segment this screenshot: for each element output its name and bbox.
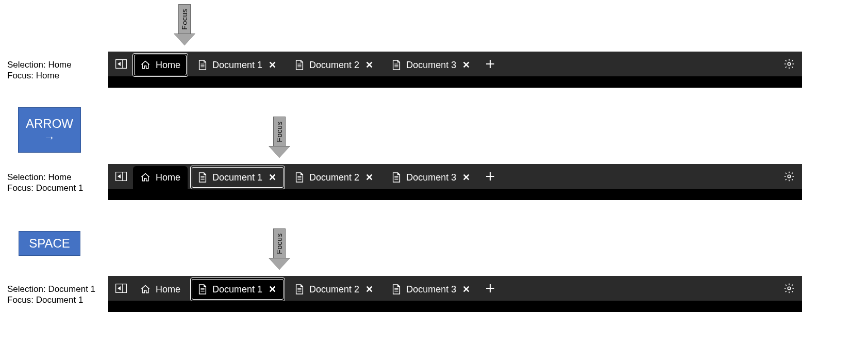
focus-indicator-arrow: Focus: [174, 4, 195, 45]
document-icon: [198, 284, 207, 294]
document-icon: [198, 60, 207, 70]
tab-strip: Home Document 1 ✕ Document 2 ✕: [108, 276, 802, 301]
close-tab-button[interactable]: ✕: [268, 59, 277, 71]
tab-label: Document 3: [406, 60, 456, 71]
status-selection: Selection: Document 1: [7, 284, 95, 294]
svg-point-27: [788, 175, 791, 178]
status-selection: Selection: Home: [7, 59, 72, 70]
close-tab-button[interactable]: ✕: [461, 284, 471, 295]
tab-home[interactable]: Home: [133, 278, 188, 301]
key-space: SPACE: [19, 231, 80, 256]
close-tab-button[interactable]: ✕: [364, 284, 374, 295]
tab-document-1[interactable]: Document 1 ✕: [191, 54, 285, 76]
tab-document-1[interactable]: Document 1 ✕: [191, 166, 285, 189]
add-tab-button[interactable]: [481, 164, 499, 189]
state-status: Selection: Home Focus: Document 1: [7, 172, 83, 194]
tab-document-3[interactable]: Document 3 ✕: [385, 278, 478, 301]
panel-collapse-button[interactable]: [112, 164, 130, 189]
close-tab-button[interactable]: ✕: [364, 59, 374, 71]
status-focus: Focus: Home: [7, 70, 72, 81]
panel-collapse-button[interactable]: [112, 52, 130, 76]
svg-point-13: [788, 62, 791, 65]
close-tab-button[interactable]: ✕: [364, 172, 374, 183]
home-icon: [140, 172, 151, 183]
tab-label: Document 2: [309, 60, 359, 71]
document-icon: [198, 172, 207, 183]
settings-button[interactable]: [780, 164, 798, 189]
svg-rect-28: [116, 284, 127, 293]
tab-label: Document 2: [309, 284, 359, 295]
tab-label: Document 1: [212, 172, 262, 183]
key-label: SPACE: [29, 236, 70, 251]
tab-strip: Home Document 1 ✕ Document 2 ✕: [108, 164, 802, 189]
close-tab-button[interactable]: ✕: [461, 59, 471, 71]
close-tab-button[interactable]: ✕: [268, 172, 277, 183]
status-focus: Focus: Document 1: [7, 294, 95, 305]
key-arrow-right: ARROW →: [18, 107, 81, 153]
tab-label: Document 3: [406, 172, 456, 183]
home-icon: [140, 60, 151, 70]
document-icon: [295, 284, 304, 294]
tab-label: Home: [156, 60, 180, 71]
tab-document-3[interactable]: Document 3 ✕: [385, 54, 478, 76]
settings-button[interactable]: [780, 52, 798, 76]
settings-button[interactable]: [780, 276, 798, 301]
focus-arrow-label: Focus: [275, 233, 283, 254]
state-status: Selection: Home Focus: Home: [7, 59, 72, 81]
tab-label: Document 2: [309, 172, 359, 183]
add-tab-button[interactable]: [481, 276, 499, 301]
tab-label: Home: [156, 172, 180, 183]
tab-document-1[interactable]: Document 1 ✕: [191, 278, 285, 301]
document-icon: [295, 60, 304, 70]
tab-document-2[interactable]: Document 2 ✕: [288, 278, 381, 301]
status-selection: Selection: Home: [7, 172, 83, 183]
focus-indicator-arrow: Focus: [269, 117, 290, 158]
tab-label: Document 1: [212, 284, 262, 295]
tab-document-2[interactable]: Document 2 ✕: [288, 166, 381, 189]
tab-label: Document 3: [406, 284, 456, 295]
key-label: ARROW: [26, 117, 73, 131]
svg-point-41: [788, 287, 791, 290]
tab-document-2[interactable]: Document 2 ✕: [288, 54, 381, 76]
svg-rect-0: [116, 60, 127, 69]
tab-home[interactable]: Home: [133, 166, 188, 189]
close-tab-button[interactable]: ✕: [268, 284, 277, 295]
document-icon: [295, 172, 304, 183]
add-tab-button[interactable]: [481, 52, 499, 76]
focus-arrow-label: Focus: [180, 9, 189, 30]
tab-strip: Home Document 1 ✕ Document 2 ✕: [108, 52, 802, 76]
focus-indicator-arrow: Focus: [269, 228, 290, 270]
document-icon: [392, 284, 401, 294]
panel-collapse-button[interactable]: [112, 276, 130, 301]
status-focus: Focus: Document 1: [7, 183, 83, 193]
home-icon: [140, 284, 151, 294]
focus-arrow-label: Focus: [275, 121, 283, 142]
state-status: Selection: Document 1 Focus: Document 1: [7, 284, 95, 306]
tab-label: Document 1: [212, 60, 262, 71]
tab-label: Home: [156, 284, 180, 295]
arrow-right-icon: →: [44, 132, 55, 143]
tab-home[interactable]: Home: [133, 54, 188, 76]
document-icon: [392, 172, 401, 183]
document-icon: [392, 60, 401, 70]
tab-document-3[interactable]: Document 3 ✕: [385, 166, 478, 189]
svg-rect-14: [116, 172, 127, 181]
close-tab-button[interactable]: ✕: [461, 172, 471, 183]
